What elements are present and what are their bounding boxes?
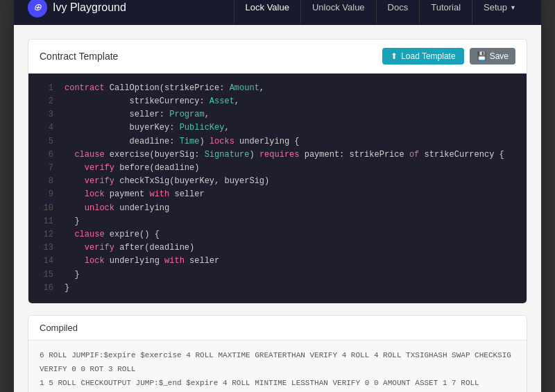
code-line-7: 7 verify before(deadline) [28,162,527,175]
nav-links: Lock Value Unlock Value Docs Tutorial Se… [234,0,527,25]
code-line-1: 1 contract CallOption(strikePrice: Amoun… [28,82,527,95]
code-line-8: 8 verify checkTxSig(buyerKey, buyerSig) [28,175,527,188]
compiled-line-2: 1 5 ROLL CHECKOUTPUT JUMP:$_end $expire … [40,377,515,393]
save-button[interactable]: 💾 Save [470,48,515,65]
nav-docs[interactable]: Docs [377,0,420,25]
app-logo: ⊕ Ivy Playground [28,0,126,17]
code-line-13: 13 verify after(deadline) [28,241,527,255]
code-line-12: 12 clause expire() { [28,228,527,241]
save-icon: 💾 [477,51,487,61]
upload-icon: ⬆ [391,51,398,61]
code-line-3: 3 seller: Program, [28,108,527,121]
code-line-11: 11 } [28,215,527,228]
compiled-content: 6 ROLL JUMPIF:$expire $exercise 4 ROLL M… [28,341,527,392]
code-line-4: 4 buyerKey: PublicKey, [28,121,527,135]
compiled-header: Compiled [28,316,527,341]
code-line-9: 9 lock payment with seller [28,188,527,201]
app-window: ‹ › localhost:1999/ivy/ 🔒 ⬆ ▤ + ⊕ Ivy Pl… [14,0,541,392]
code-line-16: 16 } [28,282,527,295]
card-actions: ⬆ Load Template 💾 Save [382,48,515,65]
code-line-5: 5 deadline: Time) locks underlying { [28,135,527,148]
code-line-10: 10 unlock underlying [28,202,527,215]
code-line-15: 15 } [28,269,527,282]
nav-unlock-value[interactable]: Unlock Value [301,0,377,25]
card-header: Contract Template ⬆ Load Template 💾 Save [28,40,527,74]
app-navbar: ⊕ Ivy Playground Lock Value Unlock Value… [14,0,541,25]
contract-template-card: Contract Template ⬆ Load Template 💾 Save… [28,39,527,304]
logo-icon: ⊕ [28,0,47,17]
chevron-down-icon: ▼ [510,4,516,11]
code-line-2: 2 strikeCurrency: Asset, [28,95,527,108]
code-editor[interactable]: 1 contract CallOption(strikePrice: Amoun… [28,74,527,303]
nav-setup[interactable]: Setup ▼ [472,0,527,25]
card-title: Contract Template [40,51,118,62]
code-line-14: 14 lock underlying with seller [28,255,527,268]
app-name: Ivy Playground [53,1,126,14]
code-line-6: 6 clause exercise(buyerSig: Signature) r… [28,148,527,162]
nav-lock-value[interactable]: Lock Value [234,0,301,25]
compiled-card: Compiled 6 ROLL JUMPIF:$expire $exercise… [28,315,527,392]
main-content: Contract Template ⬆ Load Template 💾 Save… [14,25,541,392]
nav-tutorial[interactable]: Tutorial [420,0,472,25]
compiled-line-1: 6 ROLL JUMPIF:$expire $exercise 4 ROLL M… [40,349,515,377]
load-template-button[interactable]: ⬆ Load Template [382,48,464,65]
